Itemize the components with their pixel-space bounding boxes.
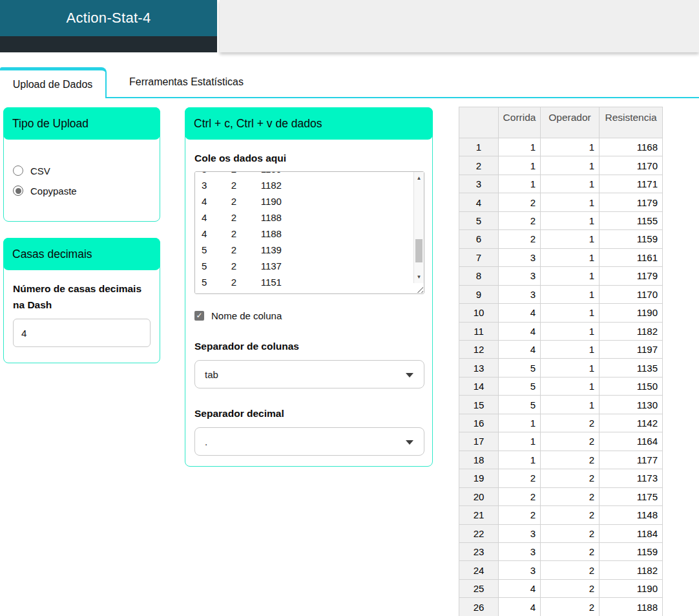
decimal-separator-dropdown[interactable]: . [194,427,424,456]
data-cell[interactable]: 1155 [600,211,663,229]
scroll-up-icon[interactable]: ▲ [414,175,424,181]
data-cell[interactable]: 1182 [600,322,663,340]
data-cell[interactable]: 1190 [600,304,663,322]
data-cell[interactable]: 1179 [600,193,663,211]
data-cell[interactable]: 1 [541,193,600,211]
data-cell[interactable]: 1190 [600,579,663,597]
data-cell[interactable]: 2 [541,469,600,487]
tab-upload-de-dados[interactable]: Upload de Dados [0,67,107,98]
data-cell[interactable]: 1170 [600,156,663,175]
data-cell[interactable]: 1171 [600,175,663,193]
radio-button-icon[interactable] [13,186,23,196]
data-cell[interactable]: 3 [499,542,541,560]
data-cell[interactable]: 2 [541,542,600,560]
paste-data-textarea[interactable]: Corrida Operador Resistencia 1 1 1168 1 … [194,171,424,294]
column-name-checkbox-row[interactable]: ✓ Nome de coluna [194,310,423,321]
decimals-card-header: Casas decimais [3,238,160,270]
decimals-card: Casas decimais Número de casas decimais … [3,238,160,363]
decimals-input[interactable] [13,319,151,347]
upload-type-option-copypaste[interactable]: Copypaste [13,184,151,197]
data-cell[interactable]: 1 [541,156,600,175]
data-cell[interactable]: 1177 [600,451,663,469]
upload-type-option-csv[interactable]: CSV [13,164,151,177]
data-cell[interactable]: 2 [541,432,600,451]
data-cell[interactable]: 1 [541,267,600,285]
column-name-checkbox[interactable]: ✓ [194,311,204,321]
data-cell[interactable]: 2 [541,487,600,505]
data-cell[interactable]: 3 [499,267,541,285]
data-cell[interactable]: 1 [541,359,600,377]
data-cell[interactable]: 1168 [600,138,663,156]
data-cell[interactable]: 1164 [600,432,663,451]
data-table-header: CorridaOperadorResistencia [459,107,663,138]
data-cell[interactable]: 2 [499,211,541,229]
data-cell[interactable]: 2 [499,230,541,248]
data-cell[interactable]: 4 [499,340,541,358]
data-cell[interactable]: 4 [499,598,541,616]
data-cell[interactable]: 1 [541,138,600,156]
scrollbar-thumb[interactable] [415,239,423,262]
radio-button-icon[interactable] [13,165,23,176]
data-cell[interactable]: 2 [499,487,541,505]
textarea-scrollbar[interactable]: ▲ ▼ [413,172,424,283]
data-cell[interactable]: 2 [541,561,600,579]
data-cell[interactable]: 1182 [600,561,663,579]
data-cell[interactable]: 1150 [600,377,663,395]
data-table-column-header [459,107,499,138]
data-cell[interactable]: 1 [541,230,600,248]
data-cell[interactable]: 2 [541,451,600,469]
data-cell[interactable]: 1179 [600,267,663,285]
data-cell[interactable]: 1 [499,156,541,175]
data-cell[interactable]: 1188 [600,598,663,616]
data-cell[interactable]: 1197 [600,340,663,358]
data-cell[interactable]: 1 [541,248,600,266]
data-cell[interactable]: 1 [499,414,541,432]
data-cell[interactable]: 1159 [600,230,663,248]
data-cell[interactable]: 1 [541,377,600,395]
data-cell[interactable]: 1 [541,175,600,193]
row-index-cell: 26 [459,598,499,616]
data-cell[interactable]: 1175 [600,487,663,505]
data-cell[interactable]: 2 [541,524,600,542]
data-cell[interactable]: 2 [541,506,600,524]
data-cell[interactable]: 4 [499,304,541,322]
data-cell[interactable]: 2 [499,506,541,524]
data-cell[interactable]: 5 [499,377,541,395]
data-cell[interactable]: 1 [499,175,541,193]
data-cell[interactable]: 2 [541,414,600,432]
data-cell[interactable]: 1 [499,432,541,451]
data-cell[interactable]: 3 [499,524,541,542]
data-cell[interactable]: 4 [499,322,541,340]
data-cell[interactable]: 3 [499,248,541,266]
data-cell[interactable]: 5 [499,359,541,377]
data-cell[interactable]: 1 [541,304,600,322]
data-cell[interactable]: 1 [541,211,600,229]
data-cell[interactable]: 1184 [600,524,663,542]
data-cell[interactable]: 1159 [600,542,663,560]
data-cell[interactable]: 1 [499,138,541,156]
data-cell[interactable]: 1 [499,451,541,469]
data-cell[interactable]: 2 [541,579,600,597]
data-cell[interactable]: 1 [541,322,600,340]
data-cell[interactable]: 1170 [600,285,663,303]
tab-ferramentas-estatisticas[interactable]: Ferramentas Estatísticas [107,67,266,98]
scroll-down-icon[interactable]: ▼ [414,274,424,280]
data-cell[interactable]: 1130 [600,396,663,414]
data-cell[interactable]: 4 [499,579,541,597]
data-cell[interactable]: 2 [499,193,541,211]
data-cell[interactable]: 1135 [600,359,663,377]
data-cell[interactable]: 2 [541,598,600,616]
table-row: 4211179 [459,193,663,211]
data-cell[interactable]: 1148 [600,506,663,524]
column-separator-dropdown[interactable]: tab [194,360,424,388]
data-cell[interactable]: 3 [499,561,541,579]
data-cell[interactable]: 1 [541,285,600,303]
data-cell[interactable]: 1142 [600,414,663,432]
data-cell[interactable]: 1 [541,396,600,414]
data-cell[interactable]: 3 [499,285,541,303]
data-cell[interactable]: 1161 [600,248,663,266]
data-cell[interactable]: 1 [541,340,600,358]
data-cell[interactable]: 1173 [600,469,663,487]
data-cell[interactable]: 5 [499,396,541,414]
data-cell[interactable]: 2 [499,469,541,487]
